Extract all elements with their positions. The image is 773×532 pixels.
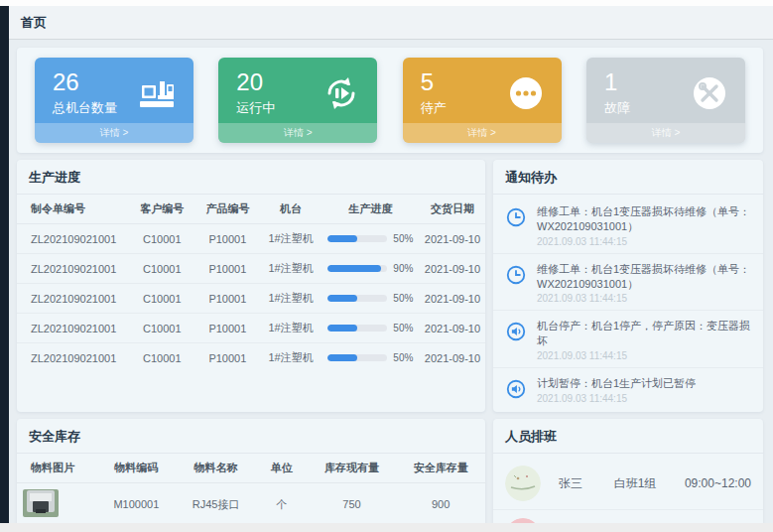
product-no: P10001 (194, 343, 260, 373)
stat-card-running[interactable]: 20 运行中 (218, 58, 377, 143)
table-row: ZL202109021001 C10001 P10001 1#注塑机 50% 2… (17, 224, 485, 254)
notice-time: 2021.09.03 11:44:15 (537, 236, 751, 247)
progress-bar (327, 235, 387, 242)
stat-label: 总机台数量 (53, 99, 117, 117)
notice-item[interactable]: 维修工单：机台1变压器损坏待维修（单号：WX202109031001） 2021… (493, 254, 763, 312)
stat-label: 故障 (604, 99, 630, 117)
product-no: P10001 (194, 224, 260, 254)
material-code: M100001 (96, 483, 176, 526)
stat-value: 20 (236, 69, 275, 95)
progress-bar (327, 265, 387, 272)
customer-no: C10001 (129, 224, 194, 254)
product-no: P10001 (194, 254, 260, 284)
stat-label: 运行中 (236, 99, 275, 117)
panel-title: 生产进度 (17, 160, 485, 195)
panel-title: 人员排班 (493, 419, 763, 454)
customer-no: C10001 (129, 343, 194, 373)
shift-time: 09:00~12:00 (685, 476, 751, 490)
material-image-cell (17, 483, 96, 526)
stat-detail-link[interactable]: 详情 > (403, 123, 562, 143)
progress-label: 50% (393, 293, 413, 304)
progress-label: 50% (393, 323, 413, 333)
notice-list: 维修工单：机台1变压器损坏待维修（单号：WX202109031001） 2021… (493, 195, 763, 412)
column-header: 交货日期 (420, 195, 485, 224)
production-progress-panel: 生产进度 制令单编号 客户编号 产品编号 机台 生产进度 交货日期 (17, 160, 485, 412)
machine-name: 1#注塑机 (260, 254, 321, 284)
stat-card-body: 1 故障 (586, 58, 745, 123)
detail-label: 详情 > (652, 126, 681, 140)
person-name: 张三 (559, 475, 614, 492)
material-unit: 个 (256, 483, 308, 526)
schedule-list: 张三 白班1组 09:00~12:00 (493, 454, 763, 532)
stat-detail-link[interactable]: 详情 > (218, 123, 377, 143)
notices-panel: 通知待办 维修工单：机台1变压器损坏待维修（单号：WX202109031001）… (493, 160, 763, 412)
notice-time: 2021.09.03 11:44:15 (537, 350, 751, 361)
dashboard-screen: 首页 26 总机台数量 (0, 0, 773, 532)
progress-label: 50% (393, 352, 413, 363)
clock-icon (505, 204, 529, 247)
stat-card-pending[interactable]: 5 待产 详情 > (403, 58, 562, 143)
notice-item[interactable]: 维修工单：机台1变压器损坏待维修（单号：WX202109031001） 2021… (493, 197, 763, 254)
stat-value: 5 (421, 69, 447, 95)
delivery-date: 2021-09-10 (420, 254, 485, 284)
window-bottom-strip (0, 523, 773, 532)
panel-title: 安全库存 (17, 419, 485, 454)
stat-card-total-machines[interactable]: 26 总机台数量 (35, 58, 193, 143)
column-header: 安全库存量 (396, 454, 485, 483)
machine-name: 1#注塑机 (260, 284, 321, 314)
main-area: 首页 26 总机台数量 (9, 6, 773, 532)
notice-item[interactable]: 计划暂停：机台1生产计划已暂停 2021.09.03 11:44:15 (493, 368, 763, 410)
inventory-table: 物料图片 物料编码 物料名称 单位 库存现有量 安全库存量 (17, 454, 485, 532)
delivery-date: 2021-09-10 (420, 224, 485, 254)
table-row: ZL202109021001 C10001 P10001 1#注塑机 50% 2… (17, 284, 485, 314)
progress-cell: 90% (322, 254, 420, 284)
customer-no: C10001 (129, 284, 194, 314)
customer-no: C10001 (129, 254, 194, 284)
delivery-date: 2021-09-10 (420, 343, 485, 373)
stat-label: 待产 (421, 99, 447, 117)
stock-qty: 750 (308, 483, 397, 526)
customer-no: C10001 (129, 314, 194, 343)
detail-label: 详情 > (467, 126, 496, 140)
order-no: ZL202109021001 (17, 284, 129, 314)
notice-text: 维修工单：机台1变压器损坏待维修（单号：WX202109031001） (537, 262, 751, 292)
safety-qty: 900 (396, 483, 485, 526)
stat-card-body: 20 运行中 (218, 58, 377, 123)
column-header: 制令单编号 (17, 195, 129, 224)
column-header: 产品编号 (194, 195, 260, 224)
progress-label: 90% (393, 263, 413, 274)
panel-title: 通知待办 (493, 160, 763, 195)
stat-detail-link[interactable]: 详情 > (586, 123, 745, 143)
waiting-dots-icon (506, 73, 546, 113)
stat-card-fault[interactable]: 1 故障 (586, 58, 745, 143)
safety-inventory-panel: 安全库存 物料图片 物料编码 物料名称 单位 库存现有量 安全库存量 (17, 419, 485, 532)
material-name: RJ45接口 (176, 483, 255, 526)
column-header: 机台 (260, 195, 321, 224)
progress-cell: 50% (322, 284, 420, 314)
detail-label: 详情 > (100, 126, 129, 140)
detail-label: 详情 > (284, 126, 313, 140)
table-header-row: 制令单编号 客户编号 产品编号 机台 生产进度 交货日期 (17, 195, 485, 224)
stat-value: 1 (604, 69, 630, 95)
machine-name: 1#注塑机 (260, 314, 321, 343)
column-header: 物料名称 (176, 454, 255, 483)
notice-text: 计划暂停：机台1生产计划已暂停 (537, 376, 696, 391)
production-table: 制令单编号 客户编号 产品编号 机台 生产进度 交货日期 ZL202109021… (17, 195, 485, 372)
shift-label: 白班1组 (614, 475, 685, 492)
stat-value: 26 (53, 69, 117, 95)
stat-detail-link[interactable]: 详情 > (35, 123, 193, 143)
stat-card-body: 5 待产 (403, 58, 562, 123)
page-header: 首页 (9, 6, 773, 40)
column-header: 客户编号 (129, 195, 194, 224)
stat-card-body: 26 总机台数量 (35, 58, 193, 123)
table-row: ZL202109021001 C10001 P10001 1#注塑机 50% 2… (17, 314, 485, 343)
table-header-row: 物料图片 物料编码 物料名称 单位 库存现有量 安全库存量 (17, 454, 485, 483)
machine-name: 1#注塑机 (260, 224, 321, 254)
schedule-row: 张三 白班1组 09:00~12:00 (493, 458, 763, 510)
delivery-date: 2021-09-10 (420, 284, 485, 314)
column-header: 物料编码 (96, 454, 176, 483)
collapsed-sidebar[interactable] (0, 6, 9, 523)
notice-item[interactable]: 机台停产：机台1停产，停产原因：变压器损坏 2021.09.03 11:44:1… (493, 311, 763, 368)
window-top-strip (0, 0, 773, 6)
avatar-green-cartoon (505, 466, 541, 501)
